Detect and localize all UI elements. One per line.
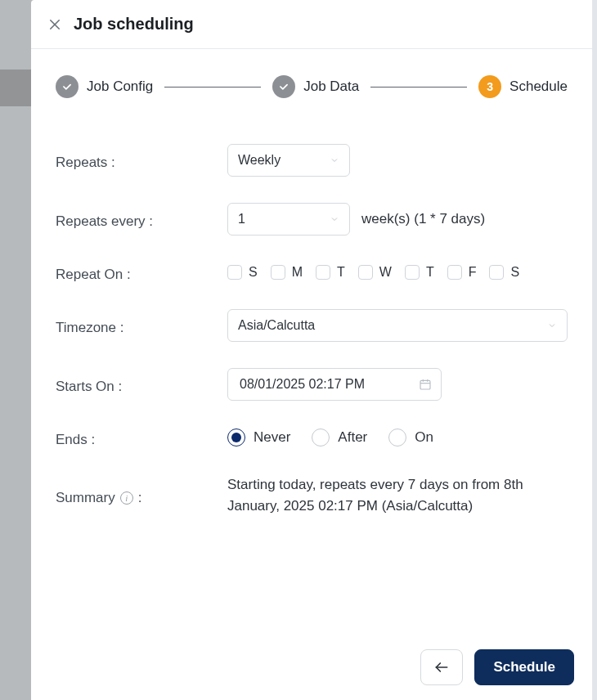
day-mon: M bbox=[271, 265, 303, 280]
step-label: Schedule bbox=[509, 79, 568, 95]
label-repeats-every: Repeats every : bbox=[56, 203, 227, 236]
checkbox[interactable] bbox=[227, 265, 242, 280]
day-letter: F bbox=[469, 265, 477, 280]
panel-title: Job scheduling bbox=[74, 15, 194, 34]
panel-footer: Schedule bbox=[31, 636, 592, 700]
scrollbar-track bbox=[592, 0, 597, 700]
checkbox[interactable] bbox=[405, 265, 420, 280]
step-job-data[interactable]: Job Data bbox=[272, 75, 359, 98]
svg-rect-2 bbox=[420, 380, 430, 389]
arrow-left-icon bbox=[433, 659, 450, 675]
ends-radio-group: Never After On bbox=[227, 429, 433, 446]
radio-indicator bbox=[227, 429, 245, 446]
panel-content: Job Config Job Data 3 Schedule Repeats :… bbox=[31, 49, 592, 636]
step-connector bbox=[164, 87, 261, 88]
checkbox[interactable] bbox=[447, 265, 462, 280]
label-ends: Ends : bbox=[56, 427, 227, 448]
step-label: Job Data bbox=[303, 79, 359, 95]
summary-label-text: Summary bbox=[56, 490, 115, 506]
check-icon bbox=[272, 75, 295, 98]
step-schedule[interactable]: 3 Schedule bbox=[478, 75, 568, 98]
radio-indicator bbox=[388, 429, 406, 446]
radio-label: After bbox=[338, 429, 367, 446]
step-job-config[interactable]: Job Config bbox=[56, 75, 153, 98]
day-letter: S bbox=[510, 265, 519, 280]
ends-radio-on[interactable]: On bbox=[388, 429, 433, 446]
row-timezone: Timezone : Asia/Calcutta bbox=[56, 296, 568, 355]
check-icon bbox=[56, 75, 79, 98]
repeats-every-suffix: week(s) (1 * 7 days) bbox=[361, 211, 485, 227]
day-wed: W bbox=[358, 265, 392, 280]
info-icon[interactable]: i bbox=[120, 491, 133, 505]
repeats-select[interactable]: Weekly bbox=[227, 144, 350, 177]
repeats-every-value: 1 bbox=[238, 212, 245, 227]
back-button[interactable] bbox=[420, 649, 463, 685]
summary-text: Starting today, repeats every 7 days on … bbox=[227, 474, 568, 518]
checkbox[interactable] bbox=[489, 265, 504, 280]
row-repeats: Repeats : Weekly bbox=[56, 131, 568, 190]
chevron-down-icon bbox=[547, 321, 557, 330]
radio-label: Never bbox=[254, 429, 290, 446]
stepper: Job Config Job Data 3 Schedule bbox=[56, 75, 568, 98]
starts-on-field-wrapper bbox=[227, 368, 442, 401]
checkbox[interactable] bbox=[316, 265, 330, 280]
starts-on-input[interactable] bbox=[227, 368, 442, 401]
radio-label: On bbox=[415, 429, 433, 446]
label-repeats: Repeats : bbox=[56, 144, 227, 177]
summary-label-colon: : bbox=[138, 490, 142, 506]
day-tue: T bbox=[316, 265, 345, 280]
timezone-value: Asia/Calcutta bbox=[238, 318, 315, 333]
step-number-badge: 3 bbox=[478, 75, 501, 98]
timezone-select[interactable]: Asia/Calcutta bbox=[227, 309, 568, 342]
day-sun: S bbox=[227, 265, 258, 280]
row-starts-on: Starts On : bbox=[56, 355, 568, 414]
row-repeats-every: Repeats every : 1 week(s) (1 * 7 days) bbox=[56, 190, 568, 249]
row-summary: Summary i : Starting today, repeats ever… bbox=[56, 461, 568, 531]
step-label: Job Config bbox=[87, 79, 153, 95]
schedule-button[interactable]: Schedule bbox=[474, 649, 574, 685]
repeats-value: Weekly bbox=[238, 153, 281, 168]
job-scheduling-panel: Job scheduling Job Config Job Data 3 Sch… bbox=[31, 0, 592, 700]
step-connector bbox=[370, 87, 467, 88]
ends-radio-after[interactable]: After bbox=[312, 429, 367, 446]
day-thu: T bbox=[405, 265, 434, 280]
day-letter: W bbox=[379, 265, 392, 280]
ends-radio-never[interactable]: Never bbox=[227, 429, 290, 446]
row-repeat-on: Repeat On : S M T W T F S bbox=[56, 249, 568, 296]
row-ends: Ends : Never After On bbox=[56, 414, 568, 461]
day-letter: M bbox=[292, 265, 303, 280]
close-icon[interactable] bbox=[47, 17, 62, 32]
checkbox[interactable] bbox=[358, 265, 373, 280]
calendar-icon[interactable] bbox=[419, 378, 432, 391]
day-letter: T bbox=[337, 265, 345, 280]
label-timezone: Timezone : bbox=[56, 309, 227, 342]
label-repeat-on: Repeat On : bbox=[56, 262, 227, 283]
day-fri: F bbox=[447, 265, 477, 280]
label-summary: Summary i : bbox=[56, 474, 227, 518]
day-sat: S bbox=[489, 265, 519, 280]
day-checkbox-group: S M T W T F S bbox=[227, 265, 519, 280]
chevron-down-icon bbox=[330, 155, 339, 165]
day-letter: T bbox=[426, 265, 434, 280]
label-starts-on: Starts On : bbox=[56, 368, 227, 401]
repeats-every-select[interactable]: 1 bbox=[227, 203, 350, 236]
checkbox[interactable] bbox=[271, 265, 285, 280]
chevron-down-icon bbox=[330, 214, 339, 224]
radio-indicator bbox=[312, 429, 330, 446]
day-letter: S bbox=[249, 265, 258, 280]
panel-header: Job scheduling bbox=[31, 0, 592, 49]
